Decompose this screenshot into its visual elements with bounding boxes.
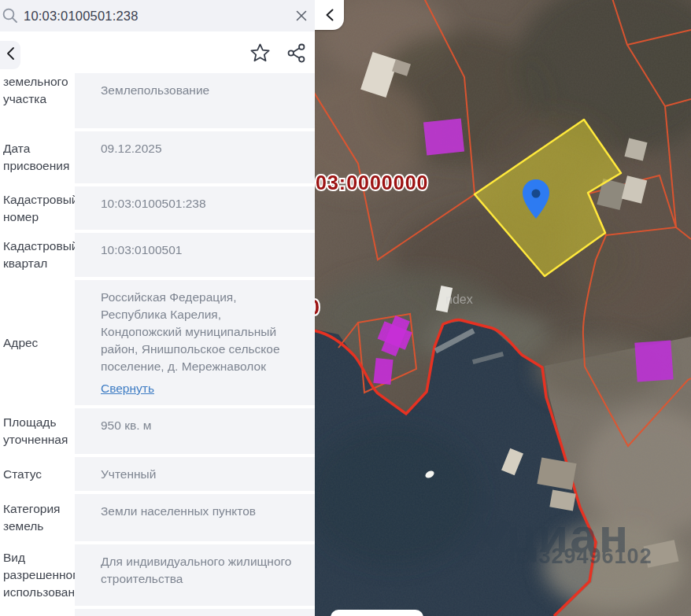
panel-header <box>0 31 315 73</box>
address-text: Российская Федерация, Республика Карелия… <box>101 290 280 373</box>
row-value: 09.12.2025 <box>75 131 315 183</box>
row-value: Российская Федерация, Республика Карелия… <box>75 280 315 405</box>
collapse-panel-button[interactable] <box>315 0 344 30</box>
table-row: Категория земельЗемли населенных пунктов <box>0 494 315 541</box>
share-button[interactable] <box>285 42 307 64</box>
highlighted-building <box>634 340 673 382</box>
quarter-number-label: 03:0000000 <box>316 172 428 194</box>
back-button[interactable] <box>0 41 20 69</box>
row-label: Кадастровый квартал <box>0 238 75 272</box>
row-label: Вид разрешенного использования <box>0 549 75 601</box>
table-row: Кадастровый номер10:03:0100501:238 <box>0 186 315 230</box>
table-row: Кадастровый квартал10:03:0100501 <box>0 233 315 277</box>
row-value: 10:03:0100501 <box>75 233 315 277</box>
map-canvas[interactable]: 03:0000000 0 ndex циан ID 329496102 <box>315 0 691 616</box>
table-row: Площадь уточненная950 кв. м <box>0 408 315 454</box>
row-value: 950 кв. м <box>75 408 315 454</box>
table-row: ФормаГосударственная субъекта РФ <box>0 609 315 616</box>
search-bar[interactable]: 10:03:0100501:238 <box>0 0 315 31</box>
favorite-star-button[interactable] <box>249 42 271 64</box>
parcel-info-panel: 10:03:0100501:238 <box>0 0 315 616</box>
table-row: Дата присвоения09.12.2025 <box>0 131 315 183</box>
row-label: Категория земель <box>0 500 75 535</box>
row-label: Кадастровый номер <box>0 191 75 226</box>
row-value: Землепользование <box>75 73 315 128</box>
watermark-id-text: ID 329496102 <box>509 544 652 568</box>
row-label: Статус <box>0 466 75 483</box>
highlighted-building <box>423 119 464 156</box>
search-input[interactable]: 10:03:0100501:238 <box>24 9 139 24</box>
app-window: 10:03:0100501:238 <box>0 0 691 616</box>
table-row-address: Адрес Российская Федерация, Республика К… <box>0 280 315 405</box>
row-value: Для индивидуального жилищного строительс… <box>75 544 315 606</box>
search-icon <box>1 6 20 28</box>
chevron-left-icon <box>6 46 16 64</box>
attribute-table: земельного участкаЗемлепользование Дата … <box>0 73 315 616</box>
satellite-map: 03:0000000 0 ndex циан ID 329496102 <box>315 0 691 616</box>
row-value: 10:03:0100501:238 <box>75 186 315 230</box>
row-value: Учтенный <box>75 457 315 491</box>
table-row: Вид разрешенного использованияДля индиви… <box>0 544 315 606</box>
row-value: Государственная субъекта РФ <box>75 609 315 616</box>
chevron-left-icon <box>324 8 335 22</box>
row-value: Земли населенных пунктов <box>75 494 315 541</box>
row-label: Адрес <box>0 334 75 352</box>
star-icon <box>249 42 271 64</box>
row-label: земельного участка <box>0 73 75 128</box>
watermark-pin-icon <box>472 492 493 513</box>
table-row: СтатусУчтенный <box>0 457 315 491</box>
map-control-partial[interactable] <box>331 610 423 616</box>
highlighted-building <box>373 358 393 385</box>
map-provider-watermark: ndex <box>445 293 473 306</box>
row-label: Дата присвоения <box>0 140 75 175</box>
table-row: земельного участкаЗемлепользование <box>0 73 315 128</box>
share-icon <box>286 42 307 64</box>
row-label: Площадь уточненная <box>0 414 75 448</box>
collapse-address-link[interactable]: Свернуть <box>101 380 154 397</box>
clear-search-icon[interactable] <box>294 9 309 23</box>
quarter-number-label-partial: 0 <box>315 296 320 319</box>
